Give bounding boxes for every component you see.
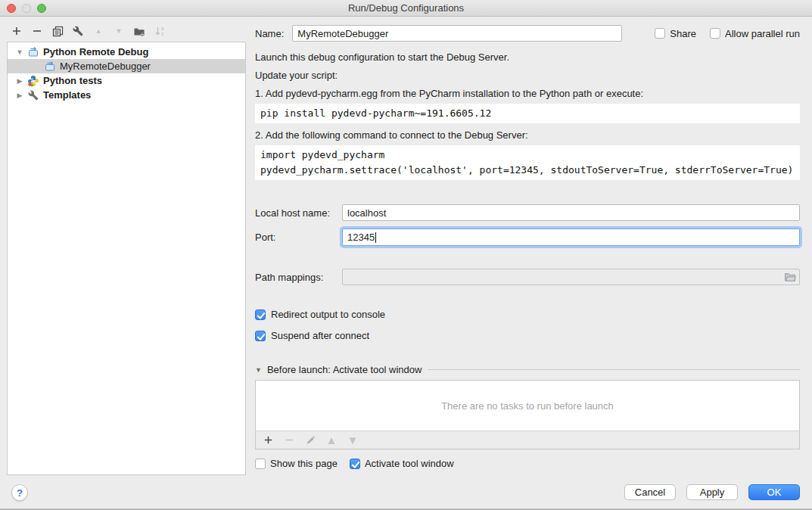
- arrow-down-icon: ▼: [116, 25, 123, 37]
- checkbox-checked-icon[interactable]: [255, 331, 266, 341]
- allow-parallel-run-label: Allow parallel run: [725, 28, 800, 39]
- wrench-icon: [27, 89, 39, 101]
- edit-task-button: [304, 434, 316, 446]
- python-tests-icon: [27, 75, 39, 87]
- name-input[interactable]: [292, 25, 622, 42]
- checkbox-checked-icon[interactable]: [255, 309, 266, 320]
- folder-plus-icon: [133, 26, 145, 37]
- move-task-down-button: ▼: [347, 434, 359, 446]
- name-row: Name: Share Allow parallel run: [255, 25, 800, 42]
- share-checkbox[interactable]: Share: [655, 28, 696, 39]
- redirect-output-checkbox[interactable]: Redirect output to console: [255, 309, 800, 320]
- text-caret: [375, 232, 376, 243]
- tree-item-label: MyRemoteDebugger: [60, 61, 151, 72]
- remote-debug-icon: [27, 46, 39, 58]
- plus-icon: [263, 435, 273, 445]
- remove-task-button: [283, 434, 295, 446]
- pip-install-command: pip install pydevd-pycharm~=191.6605.12: [255, 104, 800, 123]
- port-row: Port: 12345: [255, 229, 800, 246]
- tree-item-templates[interactable]: ▶ Templates: [8, 88, 245, 102]
- chevron-down-icon[interactable]: ▼: [255, 366, 262, 374]
- checkbox-checked-icon[interactable]: [350, 459, 360, 469]
- allow-parallel-run-checkbox[interactable]: Allow parallel run: [710, 28, 800, 39]
- suspend-after-connect-checkbox[interactable]: Suspend after connect: [255, 330, 800, 341]
- add-configuration-button[interactable]: [11, 25, 23, 37]
- plus-icon: [11, 26, 22, 36]
- suspend-after-connect-label: Suspend after connect: [271, 330, 369, 341]
- show-this-page-label: Show this page: [270, 458, 338, 469]
- minus-icon: [32, 26, 42, 36]
- port-label: Port:: [255, 232, 342, 243]
- configurations-tree: ▼ Python Remote Debug ▼ MyRemoteDebugger…: [7, 42, 246, 475]
- apply-button[interactable]: Apply: [686, 484, 738, 500]
- settrace-line2: pydevd_pycharm.settrace('localhost', por…: [260, 164, 793, 176]
- local-host-input[interactable]: [342, 204, 800, 221]
- dialog-buttons: Cancel Apply OK: [624, 484, 800, 500]
- tree-item-label: Python Remote Debug: [43, 46, 148, 58]
- new-folder-button[interactable]: [133, 25, 145, 37]
- help-button[interactable]: ?: [11, 484, 28, 501]
- cancel-button[interactable]: Cancel: [624, 484, 676, 500]
- edit-templates-button[interactable]: [72, 25, 84, 37]
- tree-item-myremotedebugger[interactable]: ▼ MyRemoteDebugger: [8, 59, 245, 73]
- chevron-down-icon[interactable]: ▼: [15, 48, 24, 56]
- share-label: Share: [670, 28, 696, 39]
- add-task-button[interactable]: [262, 434, 274, 446]
- arrow-up-icon: ▲: [95, 25, 102, 37]
- move-task-up-button: ▲: [325, 434, 338, 446]
- svg-text:z: z: [161, 31, 163, 36]
- configurations-toolbar: ▲ ▼ a z: [11, 21, 166, 41]
- minus-icon: [285, 435, 294, 445]
- step2-text: 2. Add the following command to connect …: [255, 129, 800, 141]
- show-this-page-checkbox[interactable]: Show this page: [255, 458, 338, 469]
- tree-item-python-tests[interactable]: ▶ Python tests: [8, 73, 245, 88]
- checkbox-unchecked-icon[interactable]: [255, 459, 266, 469]
- tree-item-label: Templates: [43, 89, 91, 101]
- header-divider: [428, 369, 800, 370]
- activate-tool-window-label: Activate tool window: [365, 458, 454, 469]
- arrow-up-icon: ▲: [326, 434, 338, 446]
- copy-icon: [52, 26, 64, 37]
- before-launch-task-list: There are no tasks to run before launch …: [255, 380, 800, 449]
- move-up-button: ▲: [92, 25, 104, 37]
- path-mappings-row: Path mappings:: [255, 269, 800, 285]
- local-host-label: Local host name:: [255, 207, 342, 219]
- empty-task-message: There are no tasks to run before launch: [256, 381, 799, 431]
- port-input[interactable]: 12345: [342, 229, 800, 246]
- path-mappings-input[interactable]: [342, 269, 800, 285]
- chevron-right-icon[interactable]: ▶: [15, 77, 24, 85]
- step1-text: 1. Add pydevd-pycharm.egg from the PyCha…: [255, 87, 800, 100]
- intro-text: Launch this debug configuration to start…: [255, 51, 800, 64]
- port-value: 12345: [347, 232, 375, 243]
- window-title: Run/Debug Configurations: [0, 2, 812, 14]
- move-down-button: ▼: [113, 25, 125, 37]
- page-options: Show this page Activate tool window: [255, 458, 800, 469]
- sort-az-icon: a z: [154, 26, 166, 37]
- ok-button[interactable]: OK: [748, 484, 800, 500]
- configuration-editor: Name: Share Allow parallel run Launch th…: [255, 17, 800, 469]
- chevron-right-icon[interactable]: ▶: [15, 92, 24, 99]
- before-launch-title: Before launch: Activate tool window: [267, 364, 422, 375]
- tree-item-python-remote-debug[interactable]: ▼ Python Remote Debug: [8, 45, 245, 59]
- tree-item-label: Python tests: [43, 75, 102, 86]
- question-mark-icon: ?: [17, 487, 23, 499]
- task-toolbar: ▲ ▼: [256, 431, 799, 449]
- titlebar: Run/Debug Configurations: [0, 0, 812, 17]
- checkbox-unchecked-icon[interactable]: [655, 28, 665, 39]
- redirect-output-label: Redirect output to console: [271, 309, 385, 320]
- copy-configuration-button[interactable]: [51, 25, 64, 37]
- update-script-text: Update your script:: [255, 69, 800, 82]
- wrench-icon: [73, 26, 83, 36]
- remote-debug-icon: [44, 61, 56, 73]
- checkbox-unchecked-icon[interactable]: [710, 28, 720, 39]
- path-mappings-label: Path mappings:: [255, 272, 342, 283]
- settrace-snippet: import pydevd_pycharmpydevd_pycharm.sett…: [255, 145, 800, 180]
- name-label: Name:: [255, 28, 284, 39]
- before-launch-header[interactable]: ▼ Before launch: Activate tool window: [255, 364, 800, 375]
- activate-tool-window-checkbox[interactable]: Activate tool window: [350, 458, 454, 469]
- browse-folder-icon[interactable]: [784, 272, 796, 282]
- run-debug-configurations-dialog: { "window": { "title": "Run/Debug Config…: [0, 0, 812, 510]
- remove-configuration-button[interactable]: [31, 25, 43, 37]
- pencil-icon: [306, 435, 316, 445]
- svg-text:a: a: [161, 26, 164, 31]
